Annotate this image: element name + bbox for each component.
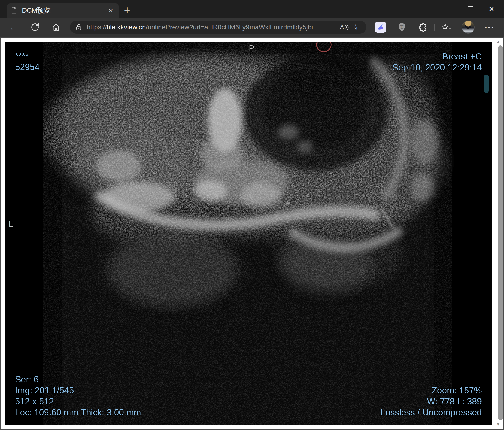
- annotation-circle: [317, 42, 331, 52]
- scroll-up-icon[interactable]: ▲: [494, 39, 503, 45]
- restore-icon: [468, 6, 473, 11]
- patient-id: 52954: [15, 62, 40, 73]
- back-button[interactable]: ←: [7, 20, 20, 34]
- page-scrollbar[interactable]: ▲ ▼: [494, 38, 503, 429]
- series-number: Ser: 6: [15, 374, 141, 385]
- extensions-menu-button[interactable]: [417, 21, 430, 34]
- overlay-bottom-left: Ser: 6 Img: 201 1/545 512 x 512 Loc: 109…: [15, 374, 141, 418]
- url-path: /onlinePreview?url=aHR0cHM6Ly9maWxlLmtrd…: [146, 23, 318, 31]
- compression-info: Lossless / Uncompressed: [380, 407, 482, 418]
- close-icon: ×: [489, 4, 494, 14]
- window-border-right: [503, 38, 504, 430]
- series-scroll-indicator[interactable]: [484, 75, 489, 93]
- scroll-down-icon[interactable]: ▼: [494, 421, 503, 427]
- puzzle-icon: [419, 23, 428, 32]
- matrix-size: 512 x 512: [15, 396, 141, 407]
- browser-toolbar: ← https://file.kkview.cn/onlinePreview?u…: [0, 18, 504, 37]
- read-aloud-button[interactable]: A: [338, 21, 350, 33]
- refresh-icon: [31, 23, 40, 32]
- tab-bar: DCM预览 × + ×: [0, 0, 504, 18]
- star-lines-icon: [442, 23, 451, 32]
- refresh-button[interactable]: [28, 20, 42, 34]
- mri-image: [5, 42, 492, 425]
- extension-thunder-button[interactable]: [374, 21, 387, 34]
- svg-text:A: A: [340, 24, 344, 31]
- tab-title: DCM预览: [22, 6, 107, 15]
- zoom-level: Zoom: 157%: [380, 385, 482, 396]
- patient-name-masked: ****: [15, 51, 40, 62]
- extension-shield-button[interactable]: T: [396, 21, 408, 34]
- window-border-bottom: [0, 429, 504, 430]
- study-datetime: Sep 10, 2020 12:29:14: [392, 62, 482, 73]
- toolbar-divider: [434, 24, 435, 31]
- settings-menu-button[interactable]: •••: [484, 21, 496, 34]
- home-icon: [52, 23, 61, 32]
- read-aloud-icon: A: [339, 23, 349, 31]
- svg-text:T: T: [400, 24, 404, 30]
- window-close-button[interactable]: ×: [484, 2, 499, 15]
- scrollbar-thumb[interactable]: [498, 45, 503, 421]
- window-level: W: 778 L: 389: [380, 396, 482, 407]
- orientation-marker-posterior: P: [249, 44, 254, 53]
- dicom-viewport[interactable]: **** 52954 P L Breast +C Sep 10, 2020 12…: [5, 42, 492, 425]
- url-scheme: https://: [87, 23, 107, 31]
- url-host: file.kkview.cn: [107, 23, 146, 31]
- url-text: https://file.kkview.cn/onlinePreview?url…: [87, 23, 338, 31]
- overlay-top-right: Breast +C Sep 10, 2020 12:29:14: [392, 51, 482, 73]
- tab-close-icon[interactable]: ×: [107, 7, 115, 14]
- favorite-star-button[interactable]: ☆: [350, 21, 361, 33]
- overlay-bottom-right: Zoom: 157% W: 778 L: 389 Lossless / Unco…: [380, 385, 482, 418]
- tab-dcm-preview[interactable]: DCM预览 ×: [7, 3, 119, 18]
- shield-t-icon: T: [397, 22, 406, 32]
- study-description: Breast +C: [392, 51, 482, 62]
- profile-avatar[interactable]: [462, 21, 475, 34]
- thunder-bird-icon: [375, 22, 386, 33]
- minimize-icon: [446, 9, 451, 9]
- image-number: Img: 201 1/545: [15, 385, 141, 396]
- collections-button[interactable]: [440, 21, 453, 34]
- address-bar[interactable]: https://file.kkview.cn/onlinePreview?url…: [70, 21, 366, 34]
- favorite-star-icon: ☆: [352, 23, 359, 32]
- dcm-preview-page: **** 52954 P L Breast +C Sep 10, 2020 12…: [0, 38, 504, 430]
- window-minimize-button[interactable]: [441, 2, 456, 15]
- window-restore-button[interactable]: [463, 2, 478, 15]
- orientation-marker-left: L: [9, 220, 13, 229]
- back-icon: ←: [9, 22, 19, 33]
- home-button[interactable]: [49, 20, 63, 34]
- browser-window: DCM预览 × + × ←: [0, 0, 504, 430]
- slice-location-thickness: Loc: 109.60 mm Thick: 3.00 mm: [15, 407, 141, 418]
- lock-icon: [75, 23, 82, 31]
- document-icon: [11, 7, 17, 14]
- overlay-top-left: **** 52954: [15, 51, 40, 73]
- window-border-left: [0, 38, 1, 430]
- ellipsis-icon: •••: [485, 24, 495, 31]
- new-tab-button[interactable]: +: [121, 5, 133, 16]
